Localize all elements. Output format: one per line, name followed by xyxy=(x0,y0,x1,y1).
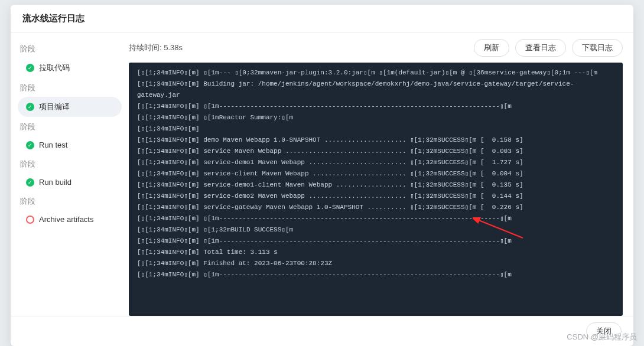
success-icon: ✓ xyxy=(26,64,34,72)
log-content: 持续时间: 5.38s 刷新 查看日志 下载日志 [▯[1;34mINFO▯[m… xyxy=(129,33,633,316)
log-line: [▯[1;34mINFO▯[m] service-demo2 Maven Web… xyxy=(137,191,614,202)
stage-item-run-build[interactable]: ✓ Run build xyxy=(18,173,122,191)
success-icon: ✓ xyxy=(26,103,34,111)
stage-item-compile[interactable]: ✓ 项目编译 xyxy=(18,97,122,117)
stage-name: Run build xyxy=(39,178,71,187)
view-log-button[interactable]: 查看日志 xyxy=(515,39,566,57)
stage-label: 阶段 xyxy=(20,196,119,207)
duration-value: 5.38s xyxy=(164,43,183,52)
log-line: [▯[1;34mINFO▯[m] service-demo1-client Ma… xyxy=(137,179,614,191)
action-buttons: 刷新 查看日志 下载日志 xyxy=(474,39,623,57)
log-line: [▯[1;34mINFO▯[m] ▯[1m--- ▯[0;32mmaven-ja… xyxy=(137,67,614,79)
stage-label: 阶段 xyxy=(20,44,119,54)
content-header: 持续时间: 5.38s 刷新 查看日志 下载日志 xyxy=(129,39,623,57)
log-line: gateway.jar xyxy=(137,90,614,101)
success-icon: ✓ xyxy=(26,178,34,187)
log-line: [▯[1;34mINFO▯[m] demo Maven Webapp 1.0-S… xyxy=(137,135,614,146)
log-line: [▯[1;34mINFO▯[m] xyxy=(137,123,614,135)
duration-label: 持续时间: xyxy=(129,43,162,52)
stage-label: 阶段 xyxy=(20,159,119,169)
log-line: [▯[1;34mINFO▯[m] service-gateway Maven W… xyxy=(137,202,614,213)
modal-body: 阶段 ✓ 拉取代码 阶段 ✓ 项目编译 阶段 ✓ Run test 阶段 ✓ R… xyxy=(11,33,633,316)
watermark: CSDN @屎码程序员 xyxy=(567,332,637,342)
stages-sidebar: 阶段 ✓ 拉取代码 阶段 ✓ 项目编译 阶段 ✓ Run test 阶段 ✓ R… xyxy=(11,33,129,316)
download-log-button[interactable]: 下载日志 xyxy=(572,39,623,57)
log-modal: 流水线运行日志 阶段 ✓ 拉取代码 阶段 ✓ 项目编译 阶段 ✓ Run tes… xyxy=(11,5,633,346)
stage-name: Run test xyxy=(39,141,67,149)
log-line: [▯[1;34mINFO▯[m] service-demo1 Maven Web… xyxy=(137,157,614,168)
stage-name: 项目编译 xyxy=(39,102,70,112)
log-line: [▯[1;34mINFO▯[m] ▯[1;32mBUILD SUCCESS▯[m xyxy=(137,224,614,236)
stage-label: 阶段 xyxy=(20,122,119,132)
stage-item-run-test[interactable]: ✓ Run test xyxy=(18,136,122,154)
log-terminal[interactable]: [▯[1;34mINFO▯[m] ▯[1m--- ▯[0;32mmaven-ja… xyxy=(129,63,623,316)
log-line: [▯[1;34mINFO▯[m] ▯[1m-------------------… xyxy=(137,236,614,247)
log-line: [▯[1;34mINFO▯[m] ▯[1mReactor Summary:▯[m xyxy=(137,112,614,123)
stage-name: Archive artifacts xyxy=(39,215,93,224)
refresh-button[interactable]: 刷新 xyxy=(474,39,509,57)
stage-name: 拉取代码 xyxy=(39,63,70,73)
log-line: [▯[1;34mINFO▯[m] ▯[1m-------------------… xyxy=(137,269,614,280)
log-line: [▯[1;34mINFO▯[m] ▯[1m-------------------… xyxy=(137,101,614,112)
log-line: [▯[1;34mINFO▯[m] service Maven Webapp ..… xyxy=(137,146,614,157)
log-line: [▯[1;34mINFO▯[m] Building jar: /home/jen… xyxy=(137,79,614,90)
success-icon: ✓ xyxy=(26,141,34,149)
duration-display: 持续时间: 5.38s xyxy=(129,43,183,53)
pending-icon xyxy=(26,216,34,224)
log-line: [▯[1;34mINFO▯[m] Total time: 3.113 s xyxy=(137,247,614,258)
stage-item-pull-code[interactable]: ✓ 拉取代码 xyxy=(18,58,122,78)
log-line: [▯[1;34mINFO▯[m] Finished at: 2023-06-23… xyxy=(137,258,614,269)
log-line: [▯[1;34mINFO▯[m] ▯[1m-------------------… xyxy=(137,213,614,224)
log-line: [▯[1;34mINFO▯[m] service-client Maven We… xyxy=(137,168,614,179)
stage-item-archive[interactable]: Archive artifacts xyxy=(18,210,122,229)
stage-label: 阶段 xyxy=(20,83,119,93)
modal-footer: 关闭 xyxy=(11,316,633,346)
modal-title: 流水线运行日志 xyxy=(11,5,633,33)
